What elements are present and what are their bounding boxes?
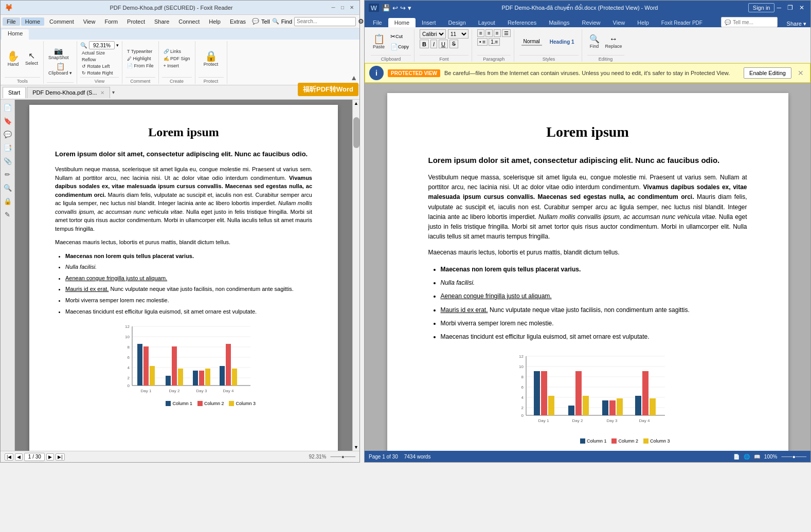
font-family-select[interactable]: Calibri bbox=[420, 29, 446, 39]
style-heading1-btn[interactable]: Heading 1 bbox=[546, 38, 579, 46]
typewriter-btn[interactable]: T Typewriter bbox=[125, 48, 154, 54]
find-replace-btn[interactable]: 🔍 Find bbox=[587, 34, 602, 50]
sidebar-edit-btn[interactable]: ✎ bbox=[2, 209, 13, 220]
prev-page-btn[interactable]: ◀ bbox=[15, 453, 23, 461]
foxit-tab-home[interactable]: Home bbox=[2, 29, 29, 40]
menu-form[interactable]: Form bbox=[100, 17, 122, 26]
foxit-close-btn[interactable]: ✕ bbox=[348, 4, 355, 11]
zoom-out-icon[interactable]: 🔍 bbox=[80, 42, 87, 49]
select-tool-btn[interactable]: ↖ Select bbox=[23, 51, 40, 67]
settings-icon[interactable]: ⚙ bbox=[358, 17, 364, 25]
foxit-tab-start[interactable]: Start bbox=[3, 87, 26, 98]
sidebar-attach-btn[interactable]: 📎 bbox=[2, 155, 13, 167]
layout-view-btn[interactable]: 📄 bbox=[733, 454, 740, 460]
num-list-btn[interactable]: 1.≡ bbox=[489, 38, 500, 46]
undo-icon[interactable]: ↩ bbox=[392, 4, 398, 12]
rotate-left-btn[interactable]: ↺ Rotate Left bbox=[80, 63, 112, 69]
rotate-right-btn[interactable]: ↻ Rotate Right bbox=[80, 70, 115, 76]
share-icon[interactable]: Share ▾ bbox=[787, 21, 806, 27]
font-size-select[interactable]: 11 bbox=[448, 29, 468, 39]
word-tab-help[interactable]: Help bbox=[631, 18, 655, 27]
word-minimize-btn[interactable]: ─ bbox=[774, 4, 783, 11]
foxit-maximize-btn[interactable]: □ bbox=[339, 4, 346, 11]
word-tab-mailings[interactable]: Mailings bbox=[543, 18, 575, 27]
menu-extras[interactable]: Extras bbox=[226, 17, 250, 26]
sidebar-layers-btn[interactable]: 📑 bbox=[2, 142, 13, 153]
highlight-btn[interactable]: 🖊 Highlight bbox=[125, 56, 153, 62]
word-tab-insert[interactable]: Insert bbox=[416, 18, 442, 27]
word-tab-file[interactable]: File bbox=[367, 18, 388, 27]
word-tab-view[interactable]: View bbox=[607, 18, 632, 27]
menu-home[interactable]: Home bbox=[21, 17, 44, 26]
last-page-btn[interactable]: ▶| bbox=[56, 453, 64, 461]
align-right-btn[interactable]: ≡ bbox=[494, 29, 501, 37]
align-left-btn[interactable]: ≡ bbox=[477, 29, 484, 37]
first-page-btn[interactable]: |◀ bbox=[5, 453, 13, 461]
redo-icon[interactable]: ↪ bbox=[400, 4, 406, 12]
actual-size-btn[interactable]: Actual Size bbox=[80, 50, 106, 56]
sidebar-lock-btn[interactable]: 🔒 bbox=[2, 195, 13, 207]
links-btn[interactable]: 🔗 Links bbox=[162, 48, 183, 54]
collapse-ribbon-icon[interactable]: ▲ bbox=[350, 74, 357, 82]
menu-comment[interactable]: Comment bbox=[45, 17, 78, 26]
word-tab-design[interactable]: Design bbox=[442, 18, 472, 27]
bullet-list-btn[interactable]: • ≡ bbox=[477, 38, 488, 46]
tell-me-box[interactable]: 💬 bbox=[721, 17, 778, 27]
word-tab-layout[interactable]: Layout bbox=[472, 18, 501, 27]
web-view-btn[interactable]: 🌐 bbox=[744, 454, 750, 460]
enable-editing-button[interactable]: Enable Editing bbox=[744, 67, 791, 79]
word-close-btn[interactable]: ✕ bbox=[797, 4, 806, 11]
protected-banner-close[interactable]: ✕ bbox=[796, 69, 806, 77]
pdf-tab-close[interactable]: ✕ bbox=[100, 90, 104, 96]
strikethrough-btn[interactable]: S̶ bbox=[449, 40, 458, 48]
customize-qat-icon[interactable]: ▾ bbox=[408, 4, 411, 12]
zoom-input[interactable] bbox=[89, 41, 115, 49]
foxit-tab-pdf[interactable]: PDF Demo-Khoa.pdf (S... ✕ bbox=[27, 87, 110, 98]
protect-btn[interactable]: 🔒 Protect bbox=[202, 50, 221, 68]
pdf-sign-btn[interactable]: ✍ PDF Sign bbox=[162, 56, 192, 62]
save-icon[interactable]: 💾 bbox=[382, 4, 390, 12]
tab-dropdown-btn[interactable]: ▾ bbox=[112, 89, 115, 95]
snapshot-btn[interactable]: 📷 SnapShot bbox=[47, 46, 70, 61]
reflow-btn[interactable]: Reflow bbox=[80, 57, 98, 63]
page-number-input[interactable] bbox=[24, 453, 45, 461]
word-copy-btn[interactable]: 📄Copy bbox=[388, 42, 411, 51]
style-normal-btn[interactable]: Normal bbox=[519, 37, 544, 47]
scroll-thumb[interactable] bbox=[353, 117, 359, 148]
foxit-search-input[interactable] bbox=[294, 17, 356, 26]
from-file-btn[interactable]: 📄 From File bbox=[125, 63, 155, 69]
clipboard-btn[interactable]: 📋 Clipboard ▾ bbox=[47, 62, 74, 76]
word-tab-home[interactable]: Home bbox=[388, 18, 416, 27]
next-page-btn[interactable]: ▶ bbox=[46, 453, 54, 461]
justify-btn[interactable]: ☰ bbox=[502, 29, 511, 37]
word-tab-references[interactable]: References bbox=[501, 18, 543, 27]
underline-btn[interactable]: U bbox=[439, 40, 448, 48]
foxit-scrollbar[interactable]: ▲ ▼ bbox=[352, 100, 359, 451]
menu-connect[interactable]: Connect bbox=[174, 17, 204, 26]
sidebar-bookmarks-btn[interactable]: 🔖 bbox=[2, 115, 13, 126]
sidebar-highlight-btn[interactable]: ✏ bbox=[2, 169, 13, 180]
word-cut-btn[interactable]: ✂Cut bbox=[388, 32, 411, 41]
menu-share[interactable]: Share bbox=[150, 17, 173, 26]
zoom-slider[interactable]: ───●─── bbox=[330, 454, 355, 460]
bold-btn[interactable]: B bbox=[420, 40, 429, 48]
word-doc-area[interactable]: Lorem ipsum Lorem ipsum dolor sit amet, … bbox=[365, 83, 810, 451]
italic-btn[interactable]: I bbox=[430, 40, 437, 48]
replace-btn[interactable]: ↔ Replace bbox=[603, 34, 624, 50]
menu-help[interactable]: Help bbox=[205, 17, 225, 26]
align-center-btn[interactable]: ≡ bbox=[485, 29, 493, 37]
read-mode-btn[interactable]: 📖 bbox=[754, 454, 760, 460]
word-restore-btn[interactable]: ❐ bbox=[785, 4, 795, 11]
word-tab-review[interactable]: Review bbox=[576, 18, 607, 27]
menu-file[interactable]: File bbox=[3, 17, 20, 26]
insert-btn[interactable]: + Insert bbox=[162, 63, 181, 69]
zoom-dropdown-icon[interactable]: ▾ bbox=[116, 43, 119, 48]
tell-me-input[interactable] bbox=[733, 20, 774, 25]
sidebar-comments-btn[interactable]: 💬 bbox=[2, 129, 13, 140]
sidebar-search-btn[interactable]: 🔍 bbox=[2, 182, 13, 193]
foxit-minimize-btn[interactable]: ─ bbox=[330, 4, 337, 11]
menu-view[interactable]: View bbox=[79, 17, 100, 26]
foxit-page-area[interactable]: Lorem ipsum Lorem ipsum dolor sit amet, … bbox=[15, 100, 352, 451]
word-zoom-slider[interactable]: ───●─── bbox=[781, 454, 806, 460]
menu-protect[interactable]: Protect bbox=[123, 17, 149, 26]
